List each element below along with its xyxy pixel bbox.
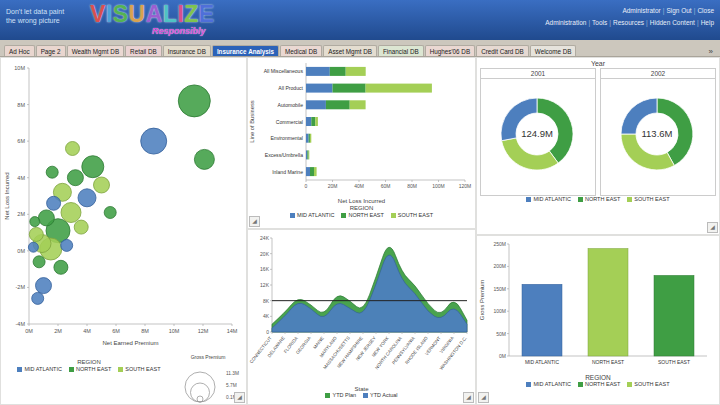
size-legend-circle (197, 396, 203, 402)
tab-asset-mgmt-db[interactable]: Asset Mgmt DB (323, 45, 377, 56)
bubble[interactable] (82, 156, 104, 178)
tick-label: 8M (17, 102, 25, 108)
bar-segment[interactable] (310, 134, 311, 143)
expand-icon[interactable]: ◢ (707, 222, 718, 233)
bar-segment[interactable] (333, 84, 366, 93)
tab-ad-hoc[interactable]: Ad Hoc (4, 45, 35, 56)
tab-hughes-06-db[interactable]: Hughes'06 DB (425, 45, 475, 56)
tick-label: 200M (493, 263, 506, 269)
area-series[interactable] (272, 255, 467, 332)
tab-wealth-mgmt-db[interactable]: Wealth Mgmt DB (67, 45, 124, 56)
bubble[interactable] (36, 278, 52, 294)
legend-swatch (325, 393, 330, 398)
link-administrator[interactable]: Administrator (622, 7, 660, 14)
legend-swatch (17, 367, 22, 372)
bubble[interactable] (178, 85, 210, 117)
bar[interactable] (522, 284, 562, 356)
vertical-bar-chart: 0M50M100M150M200M250MMID ATLANTICNORTH E… (477, 236, 719, 387)
bar-segment[interactable] (330, 67, 346, 76)
legend-item: SOUTH EAST (627, 196, 669, 202)
bubble[interactable] (30, 217, 40, 227)
legend-title: REGION (5, 359, 173, 365)
expand-icon[interactable]: ◢ (249, 216, 260, 227)
tick-label: 20M (328, 183, 338, 189)
bubble[interactable] (67, 170, 83, 186)
expand-icon[interactable]: ◢ (463, 392, 474, 403)
bubble[interactable] (38, 210, 54, 226)
bar-segment[interactable] (307, 150, 308, 159)
separator: | (694, 7, 696, 14)
bar-segment[interactable] (315, 117, 318, 126)
area-chart-svg: 04K8K12K16K20K24KCONNECTICUTDELAWAREFLOR… (248, 230, 475, 382)
bar-segment[interactable] (309, 134, 310, 143)
category-label: Excess/Umbrella (265, 152, 303, 158)
tab-page-2[interactable]: Page 2 (36, 45, 66, 56)
bar[interactable] (654, 275, 694, 356)
bubble[interactable] (194, 149, 214, 169)
tab-medical-db[interactable]: Medical DB (280, 45, 322, 56)
bar-segment[interactable] (306, 117, 311, 126)
bubble[interactable] (78, 189, 96, 207)
bar-segment[interactable] (306, 67, 330, 76)
donut-slice[interactable] (621, 134, 674, 170)
bubble[interactable] (66, 142, 80, 156)
bubble[interactable] (104, 207, 116, 219)
category-label: SOUTH EAST (658, 359, 690, 365)
tab-retail-db[interactable]: Retail DB (125, 45, 162, 56)
link-administration[interactable]: Administration (545, 19, 586, 26)
legend-swatch (526, 382, 531, 387)
link-help[interactable]: Help (701, 19, 714, 26)
bar-segment[interactable] (350, 100, 366, 109)
bar-segment[interactable] (311, 117, 315, 126)
link-tools[interactable]: Tools (592, 19, 607, 26)
legend-item: SOUTH EAST (118, 366, 160, 372)
tick-label: -4M (16, 321, 26, 327)
bar[interactable] (588, 249, 628, 357)
bubble[interactable] (29, 227, 43, 241)
app-logo-subtitle: Responsibly (152, 26, 206, 36)
tab-financial-db[interactable]: Financial DB (378, 45, 424, 56)
bubble[interactable] (33, 256, 45, 268)
bubble[interactable] (54, 260, 68, 274)
link-sign-out[interactable]: Sign Out (666, 7, 691, 14)
category-label: All Miscellaneous (264, 68, 304, 74)
tab-welcome-db[interactable]: Welcome DB (530, 45, 577, 56)
bubble[interactable] (94, 177, 110, 193)
bubble[interactable] (46, 166, 58, 178)
bubble[interactable] (47, 196, 61, 210)
link-resources[interactable]: Resources (613, 19, 644, 26)
tagline: Don't let data paint the wrong picture (6, 7, 64, 26)
bar-chart-svg: 0M50M100M150M200M250MMID ATLANTICNORTH E… (477, 236, 717, 370)
bubble[interactable] (61, 239, 73, 251)
size-legend-circle (191, 383, 210, 402)
bar-segment[interactable] (366, 84, 432, 93)
bar-segment[interactable] (310, 167, 314, 176)
bubble[interactable] (74, 220, 88, 234)
bar-segment[interactable] (309, 150, 310, 159)
expand-icon[interactable]: ◢ (234, 392, 245, 403)
tab-credit-card-db[interactable]: Credit Card DB (476, 45, 529, 56)
bubble[interactable] (141, 128, 167, 154)
bar-segment[interactable] (306, 150, 307, 159)
bar-segment[interactable] (306, 167, 310, 176)
link-close[interactable]: Close (697, 7, 714, 14)
bubble[interactable] (32, 292, 44, 304)
bar-segment[interactable] (314, 167, 317, 176)
bar-segment[interactable] (306, 100, 326, 109)
bar-segment[interactable] (346, 67, 366, 76)
logo-letter: S (113, 1, 129, 28)
legend-label: YTD Actual (370, 392, 398, 398)
donut-slice[interactable] (502, 138, 559, 170)
bar-segment[interactable] (306, 134, 309, 143)
expand-icon[interactable]: ◢ (478, 392, 489, 403)
bar-segment[interactable] (326, 100, 350, 109)
panel-area-chart: 04K8K12K16K20K24KCONNECTICUTDELAWAREFLOR… (247, 229, 476, 405)
tab-insurance-analysis[interactable]: Insurance Analysis (212, 45, 279, 56)
link-hidden-content[interactable]: Hidden Content (650, 19, 695, 26)
bubble[interactable] (28, 242, 38, 252)
tick-label: 4M (17, 175, 25, 181)
bubble[interactable] (61, 203, 81, 223)
tab-insurance-db[interactable]: Insurance DB (163, 45, 211, 56)
tab-overflow-icon[interactable]: » (706, 47, 716, 56)
bar-segment[interactable] (306, 84, 333, 93)
